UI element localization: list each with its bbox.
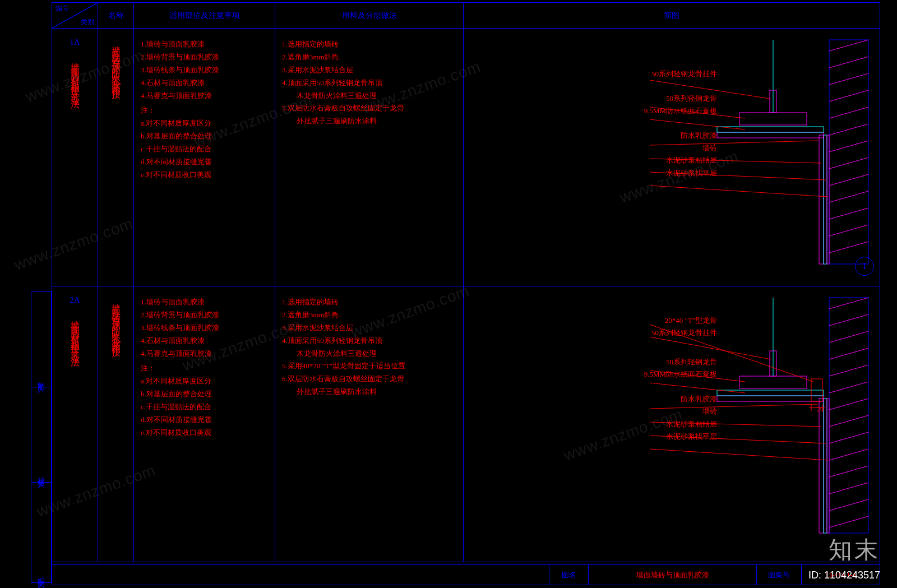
svg-line-31: [829, 314, 868, 326]
svg-rect-14: [819, 135, 824, 264]
svg-line-57: [650, 404, 818, 409]
header-apply: 适用部位及注意事项: [134, 3, 275, 28]
svg-line-33: [829, 348, 868, 359]
svg-line-9: [829, 174, 868, 186]
svg-line-3: [829, 73, 868, 85]
svg-line-11: [829, 208, 868, 219]
diagram-cell: 50系列轻钢龙骨挂件 50系列轻钢龙骨 9.5MM防水纸面石膏板 防水乳胶漆 墙…: [464, 29, 880, 286]
dimension-20: 20: [817, 405, 824, 414]
sidebar-label-1: 制图人: [36, 376, 47, 382]
method-cell: 1.选用指定的墙砖 2.遮角磨3mm斜角. 3.采用水泥沙浆结合层 4.顶面采用…: [275, 29, 464, 286]
svg-line-12: [829, 225, 868, 236]
table-row: 2A 墙面顶面材质相接工艺做法 墙面墙砖与顶面防水乳胶漆相接 1.墙砖与顶面乳胶…: [52, 286, 880, 562]
sidebar-label-2: 校核人: [36, 471, 47, 478]
svg-line-35: [829, 382, 868, 393]
row-number: 2A: [52, 295, 98, 305]
method-cell: 1.选用指定的墙砖 2.遮角磨3mm斜角. 3.采用水泥沙浆结合层 4.顶面采用…: [275, 286, 464, 562]
title-block: 图名 墙面墙砖与顶面乳胶漆 图集号 13-JTL1-1: [52, 564, 880, 585]
tuming-label: 图名: [549, 565, 588, 585]
svg-line-24: [650, 119, 745, 129]
svg-rect-15: [824, 135, 827, 264]
row-category-vertical: 墙面顶面材质相接工艺做法: [69, 55, 81, 96]
svg-line-6: [829, 124, 868, 135]
svg-line-23: [650, 107, 745, 118]
svg-line-42: [829, 499, 868, 511]
table-header: 编号 类别 名称 适用部位及注意事项 用料及分层做法 简图: [52, 3, 880, 29]
svg-rect-49: [739, 376, 807, 388]
svg-rect-18: [717, 127, 824, 132]
svg-line-13: [829, 242, 868, 253]
svg-rect-48: [717, 390, 824, 396]
svg-line-26: [650, 159, 821, 163]
svg-line-37: [829, 415, 868, 427]
header-method: 用料及分层做法: [275, 3, 464, 28]
diagram-cell: 20*40 "T"型龙骨 50系列轻钢龙骨挂件 50系列轻钢龙骨 9.5MM防水…: [464, 286, 880, 562]
svg-line-43: [829, 516, 868, 527]
svg-line-22: [650, 80, 770, 99]
svg-line-10: [829, 191, 868, 202]
header-diagram: 简图: [464, 3, 880, 28]
svg-line-27: [650, 172, 826, 180]
drawing-frame: 编号 类别 名称 适用部位及注意事项 用料及分层做法 简图 1A 墙面顶面材质相…: [52, 2, 880, 585]
svg-line-2: [829, 57, 868, 68]
svg-line-5: [829, 107, 868, 118]
svg-line-54: [650, 337, 771, 359]
svg-line-41: [829, 483, 868, 494]
svg-rect-45: [824, 399, 827, 533]
svg-rect-47: [717, 396, 824, 401]
row-number: 1A: [52, 38, 98, 47]
svg-rect-19: [739, 113, 807, 125]
svg-line-25: [650, 141, 818, 145]
section-diagram-icon: [633, 292, 874, 539]
svg-line-8: [829, 158, 868, 169]
tuming-value: 墙面墙砖与顶面乳胶漆: [588, 565, 756, 585]
svg-rect-46: [827, 399, 829, 533]
detail-number-circle: 1: [855, 257, 874, 276]
row-category-vertical: 墙面顶面材质相接工艺做法: [69, 313, 81, 354]
svg-line-4: [829, 90, 868, 101]
svg-line-36: [829, 399, 868, 410]
table-row: 1A 墙面顶面材质相接工艺做法 墙面墙砖与顶面防水乳胶漆相接 1.墙砖与顶面乳胶…: [52, 29, 880, 286]
section-diagram-icon: [633, 34, 874, 270]
left-sidebar: 制图人 校核人 编制人: [31, 291, 52, 583]
svg-line-40: [829, 466, 868, 477]
header-name: 名称: [98, 3, 134, 28]
row-name-vertical: 墙面墙砖与顶面防水乳胶漆相接: [110, 297, 122, 344]
svg-line-1: [829, 40, 868, 51]
svg-line-55: [650, 371, 745, 382]
svg-line-60: [650, 449, 828, 460]
svg-rect-17: [717, 132, 824, 138]
svg-line-38: [829, 432, 868, 443]
svg-line-58: [650, 422, 821, 427]
row-name-vertical: 墙面墙砖与顶面防水乳胶漆相接: [110, 39, 122, 86]
svg-line-30: [829, 298, 868, 309]
apply-cell: 1.墙砖与顶面乳胶漆 2.墙砖背景与顶面乳胶漆 3.墙砖线条与顶面乳胶漆 4.石…: [134, 286, 275, 562]
apply-cell: 1.墙砖与顶面乳胶漆 2.墙砖背景与顶面乳胶漆 3.墙砖线条与顶面乳胶漆 4.石…: [134, 29, 275, 286]
header-number-category: 编号 类别: [52, 3, 98, 28]
svg-line-28: [650, 186, 828, 197]
tuji-label: 图集号: [756, 565, 801, 585]
svg-rect-16: [827, 135, 829, 264]
svg-line-39: [829, 449, 868, 460]
svg-line-34: [829, 365, 868, 376]
svg-rect-44: [819, 399, 824, 533]
svg-line-59: [650, 436, 826, 443]
image-id-label: ID: 1104243517: [808, 570, 880, 581]
svg-line-7: [829, 141, 868, 152]
svg-line-32: [829, 331, 868, 342]
svg-line-56: [650, 383, 745, 393]
sidebar-label-3: 编制人: [36, 571, 47, 578]
